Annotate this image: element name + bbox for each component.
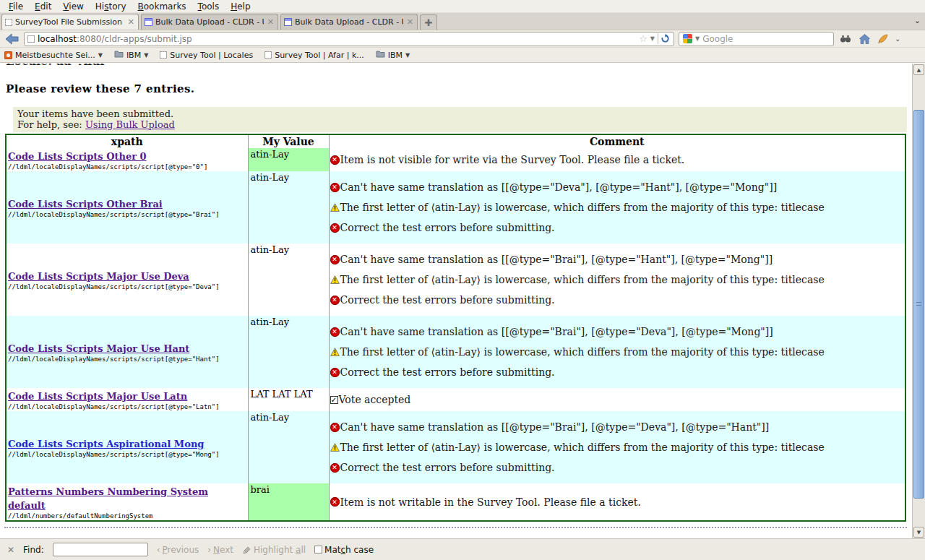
home-button[interactable] xyxy=(857,32,872,46)
browser-tab-2[interactable]: Bulk Data Upload - CLDR - Un...✕ xyxy=(141,14,278,30)
comment-line: ✕Item is not writable in the Survey Tool… xyxy=(330,496,905,508)
comment-line: The first letter of ⟨atin-Lay⟩ is lowerc… xyxy=(330,441,905,453)
comment-text: Can't have same translation as [[@type="… xyxy=(340,181,778,193)
window-favicon-icon xyxy=(145,18,152,26)
search-engine-chevron-icon[interactable]: ▼ xyxy=(695,35,700,42)
warning-icon xyxy=(330,275,340,284)
scroll-up-arrow-icon[interactable]: ▲ xyxy=(913,64,924,75)
toolbar-overflow-chevron-icon[interactable]: ⌄ xyxy=(895,35,900,43)
match-case-checkbox[interactable] xyxy=(314,546,322,553)
url-dropdown-chevron-icon[interactable]: ▼ xyxy=(650,35,655,42)
clipped-heading: Locale: aa 'Afar' xyxy=(6,64,912,69)
menu-help[interactable]: Help xyxy=(225,1,256,12)
bookmark-star-icon[interactable]: ☆ xyxy=(639,33,648,44)
search-box[interactable]: ▼ Google xyxy=(679,32,834,46)
scrollbar-thumb[interactable] xyxy=(913,110,924,499)
xpath-link[interactable]: Code Lists Scripts Major Use Latn xyxy=(8,391,187,402)
menu-bookmarks[interactable]: Bookmarks xyxy=(132,1,192,12)
vertical-scrollbar[interactable]: ▲ ▼ xyxy=(912,64,925,538)
highlighter-icon xyxy=(242,546,251,554)
menu-view[interactable]: View xyxy=(57,1,89,12)
table-row: Code Lists Scripts Major Use Latn//ldml/… xyxy=(6,388,905,411)
find-previous-button[interactable]: ‹ Previous xyxy=(157,545,199,555)
menu-file[interactable]: File xyxy=(3,1,29,12)
tab-overflow-chevron-icon[interactable]: ⌄ xyxy=(914,16,921,25)
bookmark-item-2[interactable]: IBM▼ xyxy=(114,50,148,60)
xpath-cell: Code Lists Scripts Aspirational Mong//ld… xyxy=(6,411,248,483)
xpath-path: //ldml/localeDisplayNames/scripts/script… xyxy=(8,211,246,218)
xpath-path: //ldml/localeDisplayNames/scripts/script… xyxy=(8,283,246,290)
previous-chevron-icon: ‹ xyxy=(157,545,160,555)
find-input[interactable] xyxy=(53,543,148,556)
tab-close-icon[interactable]: ✕ xyxy=(267,18,275,26)
page-content: Locale: aa 'Afar' Please review these 7 … xyxy=(0,64,912,538)
xpath-link[interactable]: Code Lists Scripts Major Use Hant xyxy=(8,343,189,354)
scrollbar-grip xyxy=(916,302,921,306)
notice-line1: Your items have been submitted. xyxy=(17,108,903,119)
browser-tab-3[interactable]: Bulk Data Upload - CLDR - Un...✕ xyxy=(280,14,418,30)
tab-title: SurveyTool File Submission | ... xyxy=(15,17,124,27)
match-case-control[interactable]: Match case xyxy=(314,545,374,555)
bookmarks-bar: Meistbesuchte Sei...▼IBM▼Survey Tool | L… xyxy=(0,48,925,63)
menu-edit[interactable]: Edit xyxy=(29,1,57,12)
table-header-row: xpath My Value Comment xyxy=(6,134,905,148)
search-placeholder[interactable]: Google xyxy=(702,34,830,44)
reload-button[interactable] xyxy=(658,33,672,44)
error-icon: ✕ xyxy=(330,368,340,377)
bookmark-chevron-icon[interactable]: ▼ xyxy=(98,52,103,59)
bookmark-item-5[interactable]: IBM▼ xyxy=(376,50,410,60)
tab-close-icon[interactable]: ✕ xyxy=(127,18,135,26)
bookmark-item-1[interactable]: Meistbesuchte Sei...▼ xyxy=(4,51,103,60)
table-row: Code Lists Scripts Aspirational Mong//ld… xyxy=(6,411,905,483)
comment-text: Vote accepted xyxy=(339,394,411,405)
tab-close-icon[interactable]: ✕ xyxy=(406,18,414,26)
page-favicon-icon xyxy=(5,19,12,26)
next-chevron-icon: › xyxy=(207,545,211,555)
warning-icon xyxy=(330,203,340,212)
browser-tab-1[interactable]: SurveyTool File Submission | ...✕ xyxy=(1,14,139,30)
xpath-link[interactable]: Code Lists Scripts Aspirational Mong xyxy=(8,439,204,449)
url-bar[interactable]: localhost:8080/cldr-apps/submit.jsp ☆ ▼ xyxy=(24,32,674,46)
error-icon: ✕ xyxy=(330,155,340,165)
highlight-all-button[interactable]: Highlight all xyxy=(242,545,306,555)
xpath-cell: Code Lists Scripts Other Brai//ldml/loca… xyxy=(6,171,248,244)
comment-cell: ✕Can't have same translation as [[@type=… xyxy=(329,171,905,244)
error-icon: ✕ xyxy=(330,423,340,432)
quill-icon[interactable] xyxy=(876,32,890,46)
comment-text: Can't have same translation as [[@type="… xyxy=(340,326,773,337)
find-close-icon[interactable]: ✕ xyxy=(7,545,14,555)
xpath-path: //ldml/localeDisplayNames/scripts/script… xyxy=(8,451,246,458)
find-binoculars-icon[interactable] xyxy=(838,32,853,46)
history-icon xyxy=(4,51,12,59)
xpath-link[interactable]: Code Lists Scripts Other 0 xyxy=(8,151,147,162)
find-label: Find: xyxy=(23,545,44,555)
page-favicon-icon xyxy=(264,51,272,59)
new-tab-button[interactable]: ✚ xyxy=(420,14,437,30)
xpath-path: //ldml/localeDisplayNames/scripts/script… xyxy=(8,356,246,363)
menu-tools[interactable]: Tools xyxy=(192,1,225,12)
comment-line: The first letter of ⟨atin-Lay⟩ is lowerc… xyxy=(330,274,905,285)
xpath-link[interactable]: Code Lists Scripts Major Use Deva xyxy=(8,271,189,282)
using-bulk-upload-link[interactable]: Using Bulk Upload xyxy=(85,119,175,130)
comment-text: Item is not writable in the Survey Tool.… xyxy=(340,496,641,508)
back-button[interactable] xyxy=(4,32,20,46)
bookmark-item-3[interactable]: Survey Tool | Locales xyxy=(160,51,253,60)
menu-history[interactable]: History xyxy=(90,1,132,12)
bookmark-item-4[interactable]: Survey Tool | Afar | k... xyxy=(264,51,364,60)
comment-line: ✕Correct the test errors before submitti… xyxy=(330,294,905,306)
xpath-link[interactable]: Patterns Numbers Numbering System defaul… xyxy=(8,486,208,511)
bookmark-label: Meistbesuchte Sei... xyxy=(15,51,95,60)
comment-cell: ✕Can't have same translation as [[@type=… xyxy=(329,244,905,316)
table-row: Code Lists Scripts Major Use Deva//ldml/… xyxy=(6,244,905,316)
xpath-cell: Code Lists Scripts Major Use Hant//ldml/… xyxy=(6,316,248,388)
comment-line: The first letter of ⟨atin-Lay⟩ is lowerc… xyxy=(330,346,905,358)
url-text[interactable]: localhost:8080/cldr-apps/submit.jsp xyxy=(38,34,636,44)
xpath-link[interactable]: Code Lists Scripts Other Brai xyxy=(8,199,163,210)
comment-text: Item is not visible for write via the Su… xyxy=(340,154,685,165)
folder-icon xyxy=(114,50,124,60)
scroll-down-arrow-icon[interactable]: ▼ xyxy=(913,527,924,538)
bookmark-chevron-icon[interactable]: ▼ xyxy=(144,52,148,59)
bookmark-chevron-icon[interactable]: ▼ xyxy=(405,52,410,59)
table-row: Patterns Numbers Numbering System defaul… xyxy=(6,483,905,521)
find-next-button[interactable]: › Next xyxy=(207,545,233,555)
